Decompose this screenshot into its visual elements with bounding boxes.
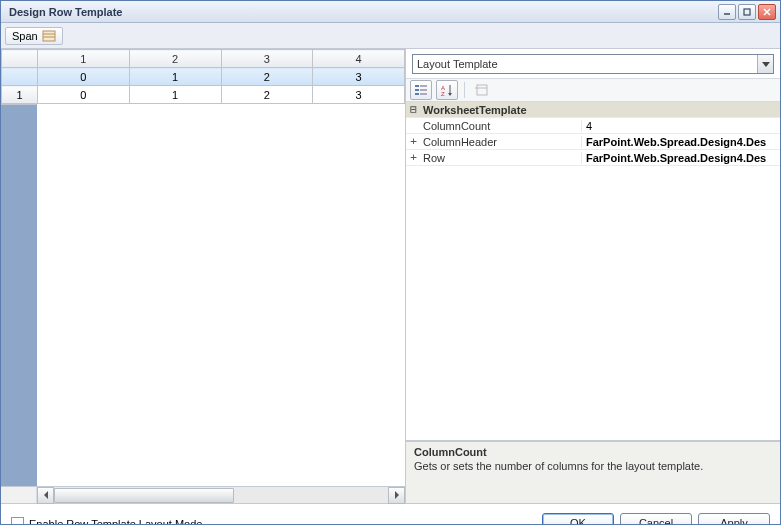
- grid-data-row: 1 0 1 2 3: [2, 86, 405, 104]
- description-text: Gets or sets the number of columns for t…: [414, 460, 772, 472]
- property-name: ColumnCount: [421, 120, 581, 132]
- grid-blank-cells: [37, 104, 405, 486]
- svg-marker-19: [448, 93, 452, 96]
- property-category-name: WorksheetTemplate: [421, 104, 581, 116]
- span-icon: [42, 30, 56, 42]
- svg-rect-14: [415, 93, 419, 95]
- svg-marker-7: [44, 491, 48, 499]
- property-toolbar: AZ: [406, 78, 780, 102]
- ok-button[interactable]: OK: [542, 513, 614, 525]
- grid-sub-header[interactable]: 2: [221, 68, 313, 86]
- property-name: ColumnHeader: [421, 136, 581, 148]
- grid-wrap: 1 2 3 4 0 1 2 3 1 0 1 2 3: [1, 49, 405, 503]
- svg-marker-8: [395, 491, 399, 499]
- checkbox-box[interactable]: [11, 517, 24, 525]
- maximize-button[interactable]: [738, 4, 756, 20]
- svg-rect-11: [420, 85, 427, 87]
- grid-col-header[interactable]: 3: [221, 50, 313, 68]
- svg-rect-12: [415, 89, 419, 91]
- grid-pane: 1 2 3 4 0 1 2 3 1 0 1 2 3: [1, 49, 406, 503]
- chevron-right-icon: [394, 491, 400, 499]
- horizontal-scrollbar[interactable]: [1, 486, 405, 503]
- scroll-track[interactable]: [37, 487, 405, 503]
- alphabetical-icon: AZ: [440, 83, 454, 97]
- grid-sub-header[interactable]: 3: [313, 68, 405, 86]
- scroll-spacer: [1, 487, 37, 503]
- titlebar: Design Row Template: [1, 1, 780, 23]
- toolbar-separator: [464, 82, 465, 98]
- property-value[interactable]: 4: [581, 120, 780, 132]
- property-expander[interactable]: +: [406, 135, 421, 148]
- dropdown-arrow-button[interactable]: [757, 55, 773, 73]
- checkbox-label: Enable Row Template Layout Mode: [29, 518, 202, 526]
- grid-sub-corner[interactable]: [2, 68, 38, 86]
- grid-col-header[interactable]: 2: [129, 50, 221, 68]
- enable-layout-mode-checkbox[interactable]: Enable Row Template Layout Mode: [11, 517, 202, 525]
- property-expander[interactable]: +: [406, 151, 421, 164]
- property-row[interactable]: + Row FarPoint.Web.Spread.Design4.Des: [406, 150, 780, 166]
- grid-col-header[interactable]: 1: [38, 50, 130, 68]
- svg-rect-4: [43, 31, 55, 41]
- chevron-down-icon: [762, 62, 770, 67]
- template-selector-value: Layout Template: [413, 58, 757, 70]
- chevron-left-icon: [43, 491, 49, 499]
- grid-corner[interactable]: [2, 50, 38, 68]
- svg-text:Z: Z: [441, 91, 445, 97]
- window-title: Design Row Template: [9, 6, 718, 18]
- grid-sub-header[interactable]: 0: [38, 68, 130, 86]
- grid-cell[interactable]: 3: [313, 86, 405, 104]
- collapse-icon[interactable]: ⊟: [406, 103, 421, 116]
- description-panel: ColumnCount Gets or sets the number of c…: [406, 441, 780, 503]
- scroll-right-button[interactable]: [388, 487, 405, 504]
- grid-cell[interactable]: 0: [38, 86, 130, 104]
- property-row[interactable]: ColumnCount 4: [406, 118, 780, 134]
- svg-rect-15: [420, 93, 427, 95]
- main-area: 1 2 3 4 0 1 2 3 1 0 1 2 3: [1, 49, 780, 503]
- property-category[interactable]: ⊟ WorksheetTemplate: [406, 102, 780, 118]
- apply-button[interactable]: Apply: [698, 513, 770, 525]
- scroll-thumb[interactable]: [54, 488, 234, 503]
- svg-marker-9: [762, 62, 770, 67]
- grid-empty-area: [1, 104, 405, 486]
- template-selector-row: Layout Template: [406, 49, 780, 78]
- grid-sub-header[interactable]: 1: [129, 68, 221, 86]
- window-controls: [718, 4, 776, 20]
- minimize-button[interactable]: [718, 4, 736, 20]
- categorized-button[interactable]: [410, 80, 432, 100]
- svg-rect-10: [415, 85, 419, 87]
- close-icon: [762, 7, 772, 17]
- svg-rect-1: [744, 9, 750, 15]
- minimize-icon: [722, 7, 732, 17]
- svg-rect-13: [420, 89, 427, 91]
- categorized-icon: [414, 83, 428, 97]
- svg-rect-20: [477, 85, 487, 95]
- design-grid[interactable]: 1 2 3 4 0 1 2 3 1 0 1 2 3: [1, 49, 405, 104]
- property-pages-button[interactable]: [471, 80, 493, 100]
- alphabetical-button[interactable]: AZ: [436, 80, 458, 100]
- grid-row-gutter: [1, 104, 37, 486]
- grid-sub-header-row: 0 1 2 3: [2, 68, 405, 86]
- property-name: Row: [421, 152, 581, 164]
- grid-row-header[interactable]: 1: [2, 86, 38, 104]
- maximize-icon: [742, 7, 752, 17]
- grid-col-header[interactable]: 4: [313, 50, 405, 68]
- property-grid[interactable]: ⊟ WorksheetTemplate ColumnCount 4 + Colu…: [406, 102, 780, 441]
- grid-col-header-row: 1 2 3 4: [2, 50, 405, 68]
- grid-cell[interactable]: 1: [129, 86, 221, 104]
- span-tool-label: Span: [12, 30, 38, 42]
- property-value[interactable]: FarPoint.Web.Spread.Design4.Des: [581, 152, 780, 164]
- property-pane: Layout Template AZ ⊟ WorksheetTemplate: [406, 49, 780, 503]
- property-row[interactable]: + ColumnHeader FarPoint.Web.Spread.Desig…: [406, 134, 780, 150]
- bottom-bar: Enable Row Template Layout Mode OK Cance…: [1, 503, 780, 525]
- description-title: ColumnCount: [414, 446, 772, 458]
- cancel-button[interactable]: Cancel: [620, 513, 692, 525]
- property-value[interactable]: FarPoint.Web.Spread.Design4.Des: [581, 136, 780, 148]
- property-pages-icon: [475, 83, 489, 97]
- scroll-left-button[interactable]: [37, 487, 54, 504]
- span-tool[interactable]: Span: [5, 27, 63, 45]
- toolbar: Span: [1, 23, 780, 49]
- grid-cell[interactable]: 2: [221, 86, 313, 104]
- template-selector[interactable]: Layout Template: [412, 54, 774, 74]
- close-button[interactable]: [758, 4, 776, 20]
